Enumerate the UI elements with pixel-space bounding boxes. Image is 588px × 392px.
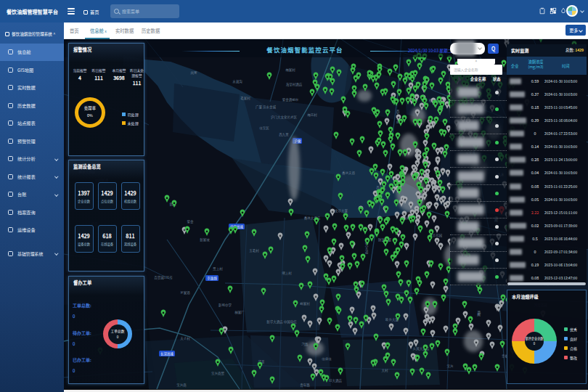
- svg-text:海呈村酒店: 海呈村酒店: [286, 82, 303, 87]
- svg-text:天子村: 天子村: [180, 336, 190, 340]
- svg-text:糖家村: 糖家村: [299, 301, 310, 306]
- svg-text:西九里: 西九里: [279, 132, 289, 137]
- svg-text:紫金: 紫金: [187, 219, 194, 224]
- svg-text:广厦 宗水金城: 广厦 宗水金城: [256, 105, 277, 110]
- svg-text:潮上村: 潮上村: [282, 271, 292, 276]
- svg-text:梅花村: 梅花村: [307, 113, 317, 118]
- svg-text:宝兴商贸: 宝兴商贸: [211, 371, 224, 376]
- svg-text:林家厂: 林家厂: [234, 310, 245, 315]
- svg-text:京珠线: 京珠线: [207, 276, 217, 281]
- svg-text:佳宝区: 佳宝区: [258, 126, 269, 130]
- svg-text:百货城135号: 百货城135号: [154, 275, 173, 280]
- svg-text:五毛村: 五毛村: [249, 248, 259, 253]
- svg-text:新家坡: 新家坡: [200, 237, 210, 242]
- svg-text:佳保佳: 佳保佳: [321, 356, 332, 361]
- svg-text:闲置: 闲置: [191, 70, 198, 75]
- svg-text:文昌大厦: 文昌大厦: [335, 208, 348, 213]
- svg-text:大村: 大村: [382, 368, 388, 373]
- svg-text:青年路: 青年路: [300, 383, 310, 388]
- svg-text:梅家村: 梅家村: [285, 68, 295, 73]
- svg-text:罗家场: 罗家场: [180, 290, 190, 295]
- svg-text:紫金酒都市: 紫金酒都市: [282, 97, 299, 102]
- svg-text:香洪天场: 香洪天场: [342, 171, 355, 176]
- svg-text:长深高速: 长深高速: [160, 351, 173, 356]
- svg-text:旧大酒店: 旧大酒店: [329, 378, 342, 383]
- svg-text:沪门大文化艺术区: 沪门大文化艺术区: [271, 115, 297, 120]
- svg-text:景上村: 景上村: [212, 266, 223, 271]
- svg-text:毛家村: 毛家村: [240, 96, 250, 100]
- svg-text:影视中学: 影视中学: [219, 303, 232, 308]
- svg-text:水退沟: 水退沟: [232, 79, 242, 84]
- svg-text:宝兴: 宝兴: [447, 364, 454, 368]
- svg-text:宝兴商: 宝兴商: [176, 383, 187, 388]
